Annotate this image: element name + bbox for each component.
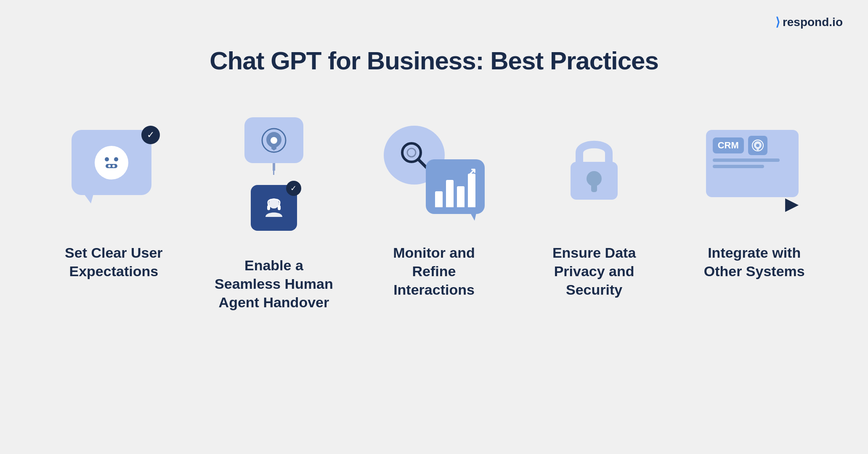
card-integrate: CRM ▶ bbox=[674, 109, 834, 280]
card-set-clear-expectations: ✓ Set Clear UserExpectations bbox=[34, 109, 194, 280]
crm-top-row: CRM bbox=[713, 136, 767, 155]
robot-mouth bbox=[106, 164, 117, 168]
robot-eye-right bbox=[114, 157, 118, 161]
crm-line-1 bbox=[713, 158, 780, 162]
card-label-5: Integrate withOther Systems bbox=[704, 243, 805, 280]
robot-eyes bbox=[105, 157, 118, 161]
lock-icon bbox=[565, 130, 624, 206]
crm-illustration: CRM ▶ bbox=[706, 121, 803, 214]
chart-bubble: ↗ bbox=[426, 159, 485, 214]
card-icon-privacy bbox=[544, 109, 645, 227]
card-label-1: Set Clear UserExpectations bbox=[65, 243, 162, 280]
card-label-3: Monitor andRefineInteractions bbox=[393, 243, 475, 299]
card-icon-expectations: ✓ bbox=[63, 109, 164, 227]
chat-bubble bbox=[72, 130, 151, 195]
robot-bubble: ✓ bbox=[72, 130, 156, 206]
lock-illustration bbox=[560, 126, 628, 210]
logo-text: respond.io bbox=[783, 16, 843, 29]
card-icon-monitor: ↗ bbox=[384, 109, 485, 227]
crm-label: CRM bbox=[713, 137, 744, 153]
cards-row: ✓ Set Clear UserExpectations bbox=[0, 109, 868, 312]
robot-face bbox=[95, 146, 128, 179]
crm-gpt-icon bbox=[748, 136, 767, 155]
check-badge-1: ✓ bbox=[141, 126, 160, 144]
svg-point-1 bbox=[271, 137, 277, 144]
openai-icon bbox=[261, 128, 287, 153]
robot-eye-left bbox=[105, 157, 109, 161]
crm-lines bbox=[713, 158, 792, 168]
openai-small-icon bbox=[751, 139, 764, 152]
trend-arrow: ↗ bbox=[467, 165, 476, 179]
chart-bar-2 bbox=[446, 180, 454, 207]
logo: ⟩ respond.io bbox=[775, 15, 843, 29]
card-icon-handover: ✓ bbox=[223, 109, 324, 239]
gpt-bubble bbox=[244, 117, 303, 163]
cursor-icon: ▶ bbox=[785, 193, 799, 214]
agent-icon bbox=[261, 195, 287, 220]
handover-illustration: ✓ bbox=[232, 117, 316, 231]
card-data-privacy: Ensure DataPrivacy andSecurity bbox=[514, 109, 674, 299]
robot-dot-2 bbox=[112, 165, 115, 167]
svg-rect-4 bbox=[278, 205, 281, 210]
card-icon-integrate: CRM ▶ bbox=[704, 109, 805, 227]
crm-line-2 bbox=[713, 165, 764, 168]
monitor-illustration: ↗ bbox=[384, 121, 485, 214]
card-label-4: Ensure DataPrivacy andSecurity bbox=[552, 243, 636, 299]
robot-dot-1 bbox=[108, 165, 111, 167]
chart-bar-1 bbox=[435, 191, 443, 207]
page-title: Chat GPT for Business: Best Practices bbox=[210, 46, 658, 75]
svg-point-7 bbox=[407, 148, 416, 157]
svg-point-12 bbox=[756, 144, 759, 147]
crm-card: CRM bbox=[706, 130, 799, 197]
card-label-2: Enable aSeamless HumanAgent Handover bbox=[215, 256, 333, 312]
card-seamless-handover: ✓ Enable aSeamless HumanAgent Handover bbox=[194, 109, 354, 312]
svg-line-6 bbox=[418, 159, 427, 168]
check-badge-2: ✓ bbox=[286, 181, 301, 196]
svg-rect-10 bbox=[591, 183, 597, 192]
chart-bar-3 bbox=[457, 186, 465, 207]
card-monitor-refine: ↗ Monitor andRefineInteractions bbox=[354, 109, 514, 299]
agent-box: ✓ bbox=[251, 185, 297, 231]
svg-rect-3 bbox=[267, 205, 270, 210]
logo-checkmark: ⟩ bbox=[775, 15, 780, 29]
